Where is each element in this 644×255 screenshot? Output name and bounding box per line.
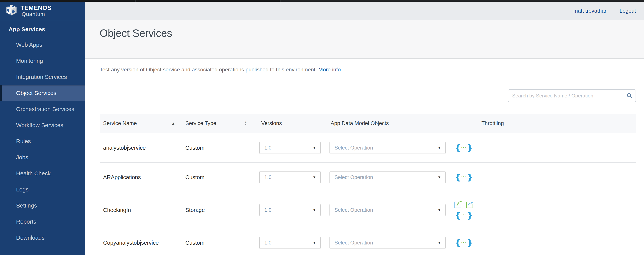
sidebar-item-object-services[interactable]: Object Services [0, 85, 85, 101]
versions-cell: 1.0▼ [259, 171, 330, 183]
operation-select-placeholder: Select Operation [334, 145, 373, 151]
sidebar-item-label: Jobs [16, 154, 28, 161]
more-info-link[interactable]: More info [318, 67, 341, 73]
browser-chrome-bar [0, 0, 644, 2]
sort-ascending-icon[interactable]: ▲ [171, 121, 175, 126]
actions-cell: {•••} [450, 239, 478, 247]
search-input[interactable] [508, 90, 623, 102]
operation-select[interactable]: Select Operation▼ [330, 171, 446, 183]
main-content: Test any version of Object service and a… [85, 59, 644, 255]
caret-down-icon: ▼ [312, 146, 316, 150]
sidebar-nav: Web AppsMonitoringIntegration ServicesOb… [0, 37, 85, 246]
export-icon[interactable] [465, 201, 474, 209]
open-brace: { [455, 144, 461, 152]
version-select[interactable]: 1.0▼ [259, 142, 321, 154]
open-brace: { [455, 239, 461, 247]
service-name-cell: CheckingIn [100, 207, 185, 213]
sidebar-item-downloads[interactable]: Downloads [0, 230, 85, 246]
braces-icon[interactable]: {•••} [455, 211, 473, 220]
brand-logo[interactable]: TEMENOS Quantum [0, 2, 85, 20]
sidebar-item-label: Reports [16, 219, 36, 225]
column-header-label: Service Name [103, 120, 137, 126]
column-header-actions [450, 114, 478, 133]
import-icon[interactable] [454, 201, 462, 209]
sidebar-item-label: Rules [16, 138, 31, 145]
row-icons [454, 201, 474, 209]
page-description: Test any version of Object service and a… [100, 67, 341, 73]
sidebar-item-reports[interactable]: Reports [0, 214, 85, 230]
sidebar-item-rules[interactable]: Rules [0, 133, 85, 149]
version-select[interactable]: 1.0▼ [259, 171, 321, 183]
sidebar-item-label: Health Check [16, 170, 50, 177]
service-name: CheckingIn [103, 207, 131, 213]
version-select-value: 1.0 [264, 207, 272, 213]
version-select[interactable]: 1.0▼ [259, 237, 321, 249]
column-header-service-type[interactable]: Service Type▲▼ [185, 114, 259, 133]
service-type: Custom [185, 240, 204, 246]
service-name-cell: analystobjservice [100, 145, 185, 151]
braces-icon[interactable]: {•••} [455, 144, 473, 152]
column-header-label: Throttling [482, 120, 504, 126]
sidebar-item-workflow-services[interactable]: Workflow Services [0, 117, 85, 133]
sidebar-item-label: Workflow Services [16, 122, 63, 128]
sidebar-item-monitoring[interactable]: Monitoring [0, 53, 85, 69]
actions-cell: {•••} [450, 201, 478, 220]
sidebar-item-web-apps[interactable]: Web Apps [0, 37, 85, 53]
operation-select-placeholder: Select Operation [334, 207, 373, 213]
service-name-cell: Copyanalystobjservice [100, 240, 185, 246]
operation-select[interactable]: Select Operation▼ [330, 237, 446, 249]
dots: ••• [461, 213, 466, 217]
service-type-cell: Custom [185, 240, 259, 246]
operation-select[interactable]: Select Operation▼ [330, 204, 446, 216]
versions-cell: 1.0▼ [259, 142, 330, 154]
caret-down-icon: ▼ [438, 146, 441, 150]
service-type-cell: Custom [185, 174, 259, 181]
service-type: Custom [185, 145, 204, 151]
service-type-cell: Storage [185, 207, 259, 213]
column-header-service-name[interactable]: Service Name▲ [100, 114, 185, 133]
sidebar-item-orchestration-services[interactable]: Orchestration Services [0, 101, 85, 117]
braces-icon[interactable]: {•••} [455, 173, 473, 182]
sidebar-item-label: Monitoring [16, 58, 43, 64]
version-select[interactable]: 1.0▼ [259, 204, 321, 216]
caret-down-icon: ▼ [312, 176, 316, 179]
table-row-checkingin: CheckingInStorage1.0▼Select Operation▼{•… [100, 192, 636, 228]
actions-cell: {•••} [450, 144, 478, 152]
actions-cell: {•••} [450, 173, 478, 182]
search-button[interactable] [623, 90, 636, 102]
page-title: Object Services [100, 27, 172, 39]
caret-down-icon: ▼ [438, 208, 441, 212]
operation-select[interactable]: Select Operation▼ [330, 142, 446, 154]
caret-down-icon: ▼ [312, 241, 316, 245]
user-name-link[interactable]: matt trevathan [573, 8, 608, 14]
operation-cell: Select Operation▼ [330, 142, 450, 154]
brand-subname: Quantum [20, 11, 52, 17]
search-icon [626, 92, 633, 99]
description-text: Test any version of Object service and a… [100, 67, 317, 73]
service-type: Storage [185, 207, 205, 213]
page-header: Object Services [85, 20, 644, 59]
dots: ••• [461, 175, 466, 179]
open-brace: { [455, 173, 461, 182]
version-select-value: 1.0 [264, 174, 272, 180]
sidebar-item-label: Object Services [16, 90, 56, 96]
braces-icon[interactable]: {•••} [455, 239, 473, 247]
logout-link[interactable]: Logout [620, 8, 636, 14]
dots: ••• [461, 241, 466, 244]
close-brace: } [467, 211, 473, 220]
sidebar-item-integration-services[interactable]: Integration Services [0, 69, 85, 85]
column-header-throttling: Throttling [478, 114, 636, 133]
table-row-analystobjservice: analystobjserviceCustom1.0▼Select Operat… [100, 133, 636, 163]
sidebar-item-jobs[interactable]: Jobs [0, 149, 85, 165]
service-type-cell: Custom [185, 145, 259, 151]
service-name: ARApplications [103, 174, 141, 181]
sort-both-icon[interactable]: ▲▼ [244, 121, 247, 126]
sidebar-item-settings[interactable]: Settings [0, 198, 85, 214]
column-header-label: Service Type [185, 120, 216, 126]
operation-cell: Select Operation▼ [330, 204, 450, 216]
service-name: Copyanalystobjservice [103, 240, 159, 246]
sidebar-item-label: Web Apps [16, 41, 42, 48]
sidebar-item-health-check[interactable]: Health Check [0, 165, 85, 182]
sidebar-item-logs[interactable]: Logs [0, 182, 85, 198]
sidebar-item-label: Settings [16, 202, 37, 209]
